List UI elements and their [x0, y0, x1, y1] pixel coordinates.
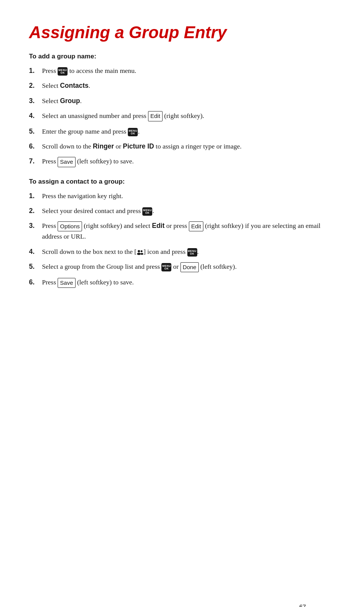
step-number: 2.: [29, 81, 40, 90]
step-content: Scroll down to the Ringer or Picture ID …: [42, 141, 335, 151]
step-content: Press MENUOK to access the main menu.: [42, 66, 335, 76]
step-number: 6.: [29, 141, 40, 151]
bold-picture-id: Picture ID: [123, 142, 154, 150]
step-2-4: 4. Scroll down to the box next to the [ …: [29, 247, 335, 257]
page-number: 67: [299, 604, 306, 607]
bold-edit: Edit: [152, 222, 164, 229]
step-content: Press Options (right softkey) and select…: [42, 221, 335, 241]
step-2-5: 5. Select a group from the Group list an…: [29, 262, 335, 272]
page-title: Assigning a Group Entry: [29, 23, 335, 42]
step-number: 1.: [29, 66, 40, 76]
step-1-2: 2. Select Contacts.: [29, 81, 335, 90]
step-1-7: 7. Press Save (left softkey) to save.: [29, 156, 335, 167]
menu-ok-icon: MENUOK: [142, 207, 152, 216]
step-number: 4.: [29, 111, 40, 121]
section2-heading: To assign a contact to a group:: [29, 178, 335, 186]
step-1-6: 6. Scroll down to the Ringer or Picture …: [29, 141, 335, 151]
step-number: 6.: [29, 277, 40, 287]
menu-ok-icon: MENUOK: [187, 248, 197, 257]
edit-key: Edit: [148, 111, 163, 121]
step-number: 3.: [29, 221, 40, 231]
save-key: Save: [58, 157, 75, 167]
bold-contacts: Contacts: [60, 82, 89, 89]
step-number: 2.: [29, 206, 40, 216]
menu-ok-icon: MENUOK: [58, 67, 68, 76]
section1-steps: 1. Press MENUOK to access the main menu.…: [29, 66, 335, 167]
step-content: Press Save (left softkey) to save.: [42, 156, 335, 167]
menu-ok-icon: MENUOK: [128, 128, 138, 136]
step-content: Select Contacts.: [42, 81, 335, 90]
done-key: Done: [180, 262, 199, 273]
step-number: 1.: [29, 191, 40, 201]
step-content: Press the navigation key right.: [42, 191, 335, 201]
step-2-1: 1. Press the navigation key right.: [29, 191, 335, 201]
step-1-1: 1. Press MENUOK to access the main menu.: [29, 66, 335, 76]
step-1-5: 5. Enter the group name and press MENUOK…: [29, 126, 335, 136]
step-content: Select a group from the Group list and p…: [42, 262, 335, 272]
svg-point-2: [140, 250, 142, 252]
step-1-3: 3. Select Group.: [29, 96, 335, 106]
step-number: 4.: [29, 247, 40, 257]
menu-ok-icon: MENUOK: [161, 263, 171, 271]
step-content: Select your desired contact and press ME…: [42, 206, 335, 216]
step-number: 3.: [29, 96, 40, 106]
step-number: 5.: [29, 126, 40, 136]
step-number: 7.: [29, 156, 40, 166]
section2-steps: 1. Press the navigation key right. 2. Se…: [29, 191, 335, 288]
options-key: Options: [58, 221, 82, 232]
section1-heading: To add a group name:: [29, 53, 335, 60]
svg-point-0: [138, 250, 140, 252]
group-people-icon: [137, 249, 143, 255]
step-content: Press Save (left softkey) to save.: [42, 277, 335, 288]
step-2-6: 6. Press Save (left softkey) to save.: [29, 277, 335, 288]
step-1-4: 4. Select an unassigned number and press…: [29, 111, 335, 121]
step-content: Select an unassigned number and press Ed…: [42, 111, 335, 121]
step-2-2: 2. Select your desired contact and press…: [29, 206, 335, 216]
edit-key: Edit: [189, 221, 203, 232]
svg-point-3: [140, 253, 143, 255]
step-content: Enter the group name and press MENUOK.: [42, 126, 335, 136]
save-key: Save: [58, 278, 75, 288]
svg-point-1: [137, 253, 141, 255]
step-content: Select Group.: [42, 96, 335, 106]
step-number: 5.: [29, 262, 40, 271]
page-wrapper: Assigning a Group Entry To add a group n…: [29, 23, 335, 607]
step-content: Scroll down to the box next to the [ ] i…: [42, 247, 335, 257]
bold-group: Group: [60, 97, 80, 105]
bold-ringer: Ringer: [93, 142, 114, 150]
step-2-3: 3. Press Options (right softkey) and sel…: [29, 221, 335, 241]
